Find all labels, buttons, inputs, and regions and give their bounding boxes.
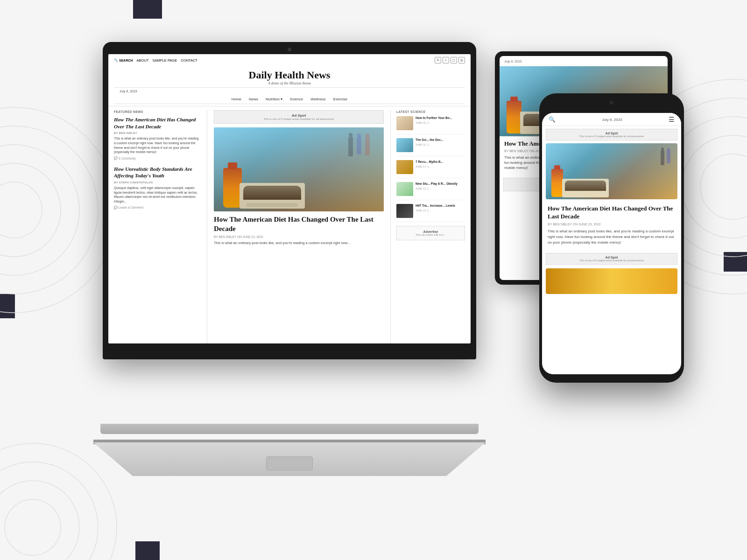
- social-instagram[interactable]: ◻: [451, 57, 457, 63]
- phone-article-body: How The American Diet Has Changed Over T…: [542, 201, 681, 249]
- featured-article-1-byline: BY BEN SIBLEY: [114, 132, 201, 134]
- laptop-camera: [288, 48, 291, 51]
- sidebar-item-2-title: The Sci... the Doc...: [416, 138, 465, 142]
- nav-home[interactable]: Home: [232, 97, 241, 101]
- phone-article-byline: BY BEN SIBLEY ON JUNE 23, 2022: [548, 223, 676, 226]
- website-content: 🔍 SEARCH ABOUT SAMPLE PAGE CONTACT 𝕏 f: [108, 54, 471, 343]
- svg-point-8: [0, 182, 42, 238]
- sidebar-item-4-text: New Stu... Play A R... Obesity JUNE 13, …: [416, 182, 465, 196]
- phone-screen: 🔍 July 8, 2023 ☰ Ad Spot This is one of …: [542, 113, 681, 374]
- sidebar-thumb-3: [396, 160, 413, 174]
- nav-about[interactable]: ABOUT: [137, 58, 149, 63]
- sidebar-thumb-1: [396, 116, 413, 130]
- main-article-title[interactable]: How The American Diet Has Changed Over T…: [214, 215, 384, 233]
- main-article-image: [214, 127, 384, 211]
- scene-wrapper: 🔍 SEARCH ABOUT SAMPLE PAGE CONTACT 𝕏 f: [37, 23, 710, 537]
- phone-camera: [610, 101, 613, 105]
- phone-article-title[interactable]: How The American Diet Has Changed Over T…: [548, 205, 676, 221]
- sidebar-item-3-title: 7 Recu... Myths B...: [416, 160, 465, 164]
- featured-article-1-comments[interactable]: 💬 3 Comments: [114, 156, 201, 160]
- sidebar-thumb-2: [396, 138, 413, 152]
- comment-icon: 💬: [114, 156, 118, 160]
- nav-news[interactable]: News: [249, 97, 258, 101]
- featured-article-2-title[interactable]: How Unrealistic Body Standards Are Affec…: [114, 166, 201, 179]
- laptop-lid-bottom: [100, 424, 479, 434]
- nav-search[interactable]: 🔍 SEARCH: [114, 58, 133, 62]
- sidebar-item-5-text: HIIT Tra... Increase... Levels JUNE 14, …: [416, 204, 465, 218]
- phone-hero-image: [546, 143, 677, 199]
- laptop-trackpad[interactable]: [266, 456, 313, 470]
- main-article-byline: BY BEN SIBLEY ON JUNE 23, 2022: [214, 235, 384, 238]
- featured-article-2-comments[interactable]: 💬 Leave a Comment: [114, 206, 201, 210]
- phone-sky: [546, 143, 677, 199]
- ad-spot-top: Ad Spot This is one of 5 widget areas av…: [214, 110, 384, 124]
- nav-left: 🔍 SEARCH ABOUT SAMPLE PAGE CONTACT: [114, 58, 197, 63]
- svg-rect-0: [133, 0, 162, 19]
- phone-bottom-ad: Ad Spot This is one of 5 widget areas av…: [546, 253, 677, 265]
- nav-nutrition[interactable]: Nutrition ▾: [266, 97, 282, 101]
- advertise-title: Advertise: [401, 230, 461, 233]
- social-podcast[interactable]: ◎: [458, 57, 465, 63]
- search-label[interactable]: SEARCH: [119, 59, 133, 62]
- sidebar-section-title: LATEST SCIENCE: [396, 110, 465, 113]
- sidebar-featured: FEATURED NEWS How The American Diet Has …: [114, 110, 207, 343]
- phone-search-icon[interactable]: 🔍: [549, 116, 556, 123]
- phone-date: July 8, 2023: [602, 118, 622, 122]
- site-nav-top: 🔍 SEARCH ABOUT SAMPLE PAGE CONTACT 𝕏 f: [114, 57, 465, 63]
- featured-article-1-excerpt: This is what an ordinary post looks like…: [114, 136, 201, 154]
- sidebar-item-5-date: JUNE 14, 2...: [416, 209, 465, 212]
- sidebar-right: LATEST SCIENCE How to Further Your Bo...…: [390, 110, 465, 343]
- sidebar-item-3-date: JUNE 17, 2...: [416, 165, 465, 168]
- phone-notch: [588, 101, 635, 111]
- phone-status-bar: 🔍 July 8, 2023 ☰: [542, 113, 681, 126]
- sidebar-item-2-text: The Sci... the Doc... JUNE 21, 2...: [416, 138, 465, 152]
- center-content: Ad Spot This is one of 5 widget areas av…: [207, 110, 390, 343]
- sidebar-item-1[interactable]: How to Further Your Bo... JUNE 22, 2...: [396, 116, 465, 134]
- sidebar-item-3[interactable]: 7 Recu... Myths B... JUNE 17, 2...: [396, 160, 465, 178]
- site-title: Daily Health News: [114, 69, 465, 81]
- sidebar-thumb-4: [396, 182, 413, 196]
- featured-article-1-title[interactable]: How The American Diet Has Changed Over T…: [114, 116, 201, 130]
- main-content: FEATURED NEWS How The American Diet Has …: [108, 106, 471, 343]
- phone-people: [661, 150, 670, 165]
- nav-wellness[interactable]: Wellness: [310, 97, 325, 101]
- nav-contact[interactable]: CONTACT: [181, 58, 197, 63]
- nav-sample[interactable]: SAMPLE PAGE: [152, 58, 177, 63]
- sidebar-item-3-text: 7 Recu... Myths B... JUNE 17, 2...: [416, 160, 465, 174]
- phone-ad-sub: This is one of 5 widget areas available …: [549, 135, 675, 138]
- laptop-keyboard-base: [93, 442, 486, 476]
- phone-hamburger-icon[interactable]: ☰: [669, 116, 675, 124]
- search-icon: 🔍: [114, 58, 118, 62]
- svg-rect-3: [135, 541, 160, 560]
- sidebar-item-2[interactable]: The Sci... the Doc... JUNE 21, 2...: [396, 138, 465, 156]
- tablet-article-header: July 8, 2023: [500, 56, 668, 66]
- sidebar-item-2-date: JUNE 21, 2...: [416, 143, 465, 146]
- social-twitter[interactable]: 𝕏: [435, 57, 441, 63]
- main-article-excerpt: This is what an ordinary post looks like…: [214, 240, 384, 245]
- site-subtitle: A demo of the Mission theme: [114, 81, 465, 85]
- sidebar-item-5[interactable]: HIIT Tra... Increase... Levels JUNE 14, …: [396, 204, 465, 222]
- laptop-device: 🔍 SEARCH ABOUT SAMPLE PAGE CONTACT 𝕏 f: [93, 42, 486, 485]
- featured-label: FEATURED NEWS: [114, 110, 201, 113]
- sidebar-item-1-title: How to Further Your Bo...: [416, 116, 465, 120]
- dropdown-arrow: ▾: [281, 97, 282, 101]
- phone-device: 🔍 July 8, 2023 ☰ Ad Spot This is one of …: [539, 93, 684, 383]
- sidebar-item-4-date: JUNE 13, 2...: [416, 187, 465, 190]
- sidebar-item-1-text: How to Further Your Bo... JUNE 22, 2...: [416, 116, 465, 130]
- nav-science[interactable]: Science: [290, 97, 303, 101]
- ad-spot-title: Ad Spot: [217, 113, 381, 118]
- laptop-screen-outer: 🔍 SEARCH ABOUT SAMPLE PAGE CONTACT 𝕏 f: [103, 42, 476, 359]
- site-date: July 8, 2023: [114, 88, 465, 95]
- social-facebook[interactable]: f: [443, 57, 449, 63]
- site-title-area: Daily Health News A demo of the Mission …: [114, 65, 465, 88]
- sidebar-item-4-title: New Stu... Play A R... Obesity: [416, 182, 465, 186]
- phone-ad-spot: Ad Spot This is one of 5 widget areas av…: [546, 129, 677, 140]
- advertise-sub: You can place ads in e...: [401, 233, 461, 236]
- phone-content: Ad Spot This is one of 5 widget areas av…: [542, 126, 681, 371]
- svg-rect-1: [724, 252, 747, 272]
- tablet-date: July 8, 2023: [504, 60, 522, 63]
- nav-exercise[interactable]: Exercise: [333, 97, 348, 101]
- phone-bottom-ad-title: Ad Spot: [549, 256, 675, 259]
- sidebar-item-4[interactable]: New Stu... Play A R... Obesity JUNE 13, …: [396, 182, 465, 200]
- featured-article-2-byline: BY STEPH CONSTAPOLOS: [114, 181, 201, 184]
